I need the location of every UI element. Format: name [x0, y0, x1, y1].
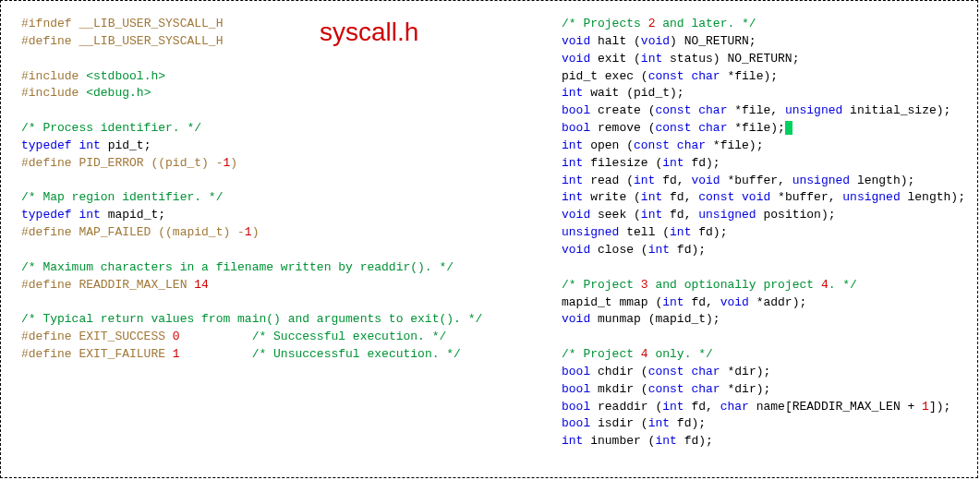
right-column: /* Projects 2 and later. */ void halt (v…	[541, 1, 977, 477]
left-column: #ifndef __LIB_USER_SYSCALL_H #define __L…	[1, 1, 541, 477]
code-box: syscall.h #ifndef __LIB_USER_SYSCALL_H #…	[0, 0, 978, 478]
left-code: #ifndef __LIB_USER_SYSCALL_H #define __L…	[21, 16, 541, 364]
right-code: /* Projects 2 and later. */ void halt (v…	[562, 16, 977, 450]
text-cursor	[785, 121, 792, 135]
file-title: syscall.h	[320, 14, 418, 50]
